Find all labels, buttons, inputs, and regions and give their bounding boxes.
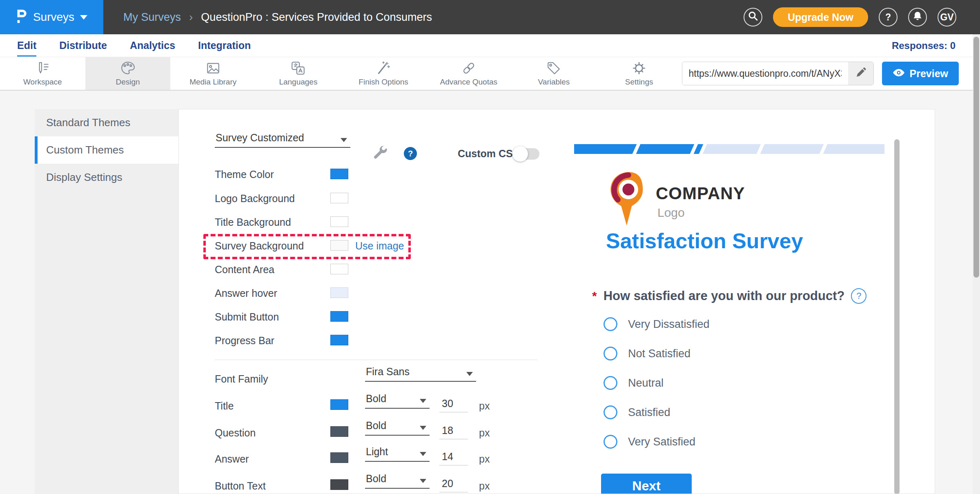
edit-url-button[interactable] [848,62,873,85]
answer-color-swatch[interactable] [330,452,348,463]
sidebar-item-display-settings[interactable]: Display Settings [35,164,178,191]
answer-weight-select[interactable]: Light [365,446,430,462]
unit-label: px [479,427,490,439]
design-toolbar: Workspace Design Media Library [0,57,980,91]
answer-size-input[interactable]: 14 [439,451,468,465]
survey-question: * How satisfied are you with our product… [592,288,866,304]
progress-bar-swatch[interactable] [330,335,348,345]
toolbar-item-finish-options[interactable]: Finish Options [341,57,426,90]
answer-hover-swatch[interactable] [330,287,348,298]
option-satisfied[interactable]: Satisfied [604,405,670,419]
sidebar-item-custom-themes[interactable]: Custom Themes [35,136,178,164]
button-text-color-swatch[interactable] [330,479,348,490]
settings-icon [631,60,647,76]
toolbar-item-design[interactable]: Design [85,57,171,90]
button-text-weight-select[interactable]: Bold [365,473,430,489]
toolbar-item-label: Finish Options [359,78,408,87]
breadcrumb: My Surveys › QuestionPro : Services Prov… [123,0,432,34]
chevron-down-icon [420,399,426,403]
toolbar-item-variables[interactable]: Variables [511,57,597,90]
color-row-label: Logo Background [215,193,295,205]
unit-label: px [479,453,490,465]
page-title: QuestionPro : Services Provided to Consu… [201,11,432,24]
custom-theme-editor: Survey Customized ? Custom CSS Theme Col… [178,109,935,494]
toolbar-item-advance-quotas[interactable]: Advance Quotas [426,57,511,90]
radio-icon[interactable] [604,435,617,449]
question-size-input[interactable]: 18 [439,425,468,439]
font-row-label: Answer [215,453,249,465]
theme-help-icon[interactable]: ? [404,147,417,160]
help-button[interactable]: ? [879,8,898,27]
preview-button[interactable]: Preview [882,62,959,85]
tab-analytics[interactable]: Analytics [130,34,175,57]
question-help-icon[interactable]: ? [851,288,866,304]
top-header: Surveys My Surveys › QuestionPro : Servi… [0,0,980,34]
product-menu[interactable]: Surveys [0,0,103,34]
custom-css-toggle[interactable] [514,148,539,160]
option-very-dissatisfied[interactable]: Very Dissatisfied [604,317,710,331]
toolbar-item-label: Languages [279,78,317,87]
progress-segment [694,144,704,154]
toolbar-item-settings[interactable]: Settings [597,57,682,90]
finish-options-icon [376,60,391,76]
title-background-swatch[interactable] [330,216,348,227]
font-family-label: Font Family [215,373,268,385]
chevron-down-icon [341,138,347,142]
tab-distribute[interactable]: Distribute [59,34,107,57]
search-button[interactable] [744,8,762,27]
color-row-label: Submit Button [215,311,279,323]
option-label: Neutral [628,377,664,389]
theme-color-swatch[interactable] [330,169,348,179]
content-area-swatch[interactable] [330,264,348,274]
toolbar-item-media-library[interactable]: Media Library [170,57,256,90]
page-scrollbar-thumb[interactable] [973,37,979,278]
survey-url-input[interactable] [682,62,848,85]
edit-theme-button[interactable] [372,145,389,163]
radio-icon[interactable] [604,317,617,331]
pencil-icon [855,67,866,80]
use-image-link[interactable]: Use image [355,240,404,252]
upgrade-now-button[interactable]: Upgrade Now [773,7,868,27]
option-very-satisfied[interactable]: Very Satisfied [604,435,695,449]
unit-label: px [479,400,490,412]
company-logo-icon [608,171,650,229]
theme-select[interactable]: Survey Customized [215,132,350,148]
toolbar-item-label: Workspace [23,78,62,87]
preview-scrollbar[interactable] [894,139,900,494]
font-family-select[interactable]: Fira Sans [365,366,476,382]
font-row-label: Title [215,400,234,412]
section-divider [215,360,537,360]
logo-background-swatch[interactable] [330,193,348,203]
button-text-size-input[interactable]: 20 [439,478,468,492]
option-label: Very Satisfied [628,436,695,448]
survey-background-swatch[interactable] [330,240,348,251]
notifications-button[interactable] [908,8,927,27]
weight-value: Bold [366,393,386,405]
submit-button-swatch[interactable] [330,311,348,322]
question-color-swatch[interactable] [330,426,348,437]
breadcrumb-my-surveys[interactable]: My Surveys [123,11,181,24]
avatar[interactable]: GV [938,8,956,27]
sidebar-item-standard-themes[interactable]: Standard Themes [35,109,178,136]
radio-icon[interactable] [604,347,617,360]
survey-title: Satisfaction Survey [606,229,803,253]
title-weight-select[interactable]: Bold [365,393,430,409]
question-weight-select[interactable]: Bold [365,420,430,436]
toolbar-item-workspace[interactable]: Workspace [0,57,85,90]
tab-integration[interactable]: Integration [198,34,251,57]
tab-edit[interactable]: Edit [17,34,36,57]
toolbar-item-label: Variables [538,78,570,87]
next-button[interactable]: Next [601,474,692,494]
chevron-down-icon [420,479,426,483]
chevron-down-icon [420,426,426,430]
option-not-satisfied[interactable]: Not Satisfied [604,347,690,360]
radio-icon[interactable] [604,405,617,419]
title-color-swatch[interactable] [330,399,348,410]
title-size-input[interactable]: 30 [439,398,468,412]
responses-count: Responses: 0 [892,40,956,51]
radio-icon[interactable] [604,376,617,390]
theme-select-value: Survey Customized [216,132,304,144]
progress-segment [823,144,884,154]
option-neutral[interactable]: Neutral [604,376,664,390]
toolbar-item-languages[interactable]: Languages [256,57,341,90]
